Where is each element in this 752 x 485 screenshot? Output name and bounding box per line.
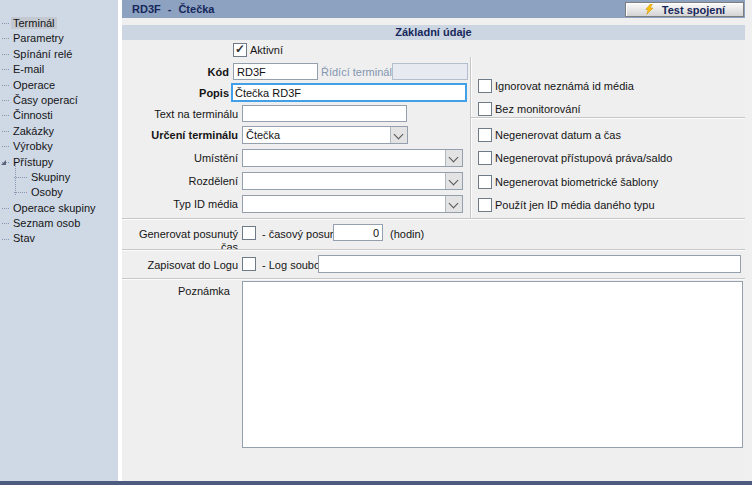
- sidebar-item-label: Stav: [11, 232, 37, 244]
- header-separator: -: [168, 3, 172, 15]
- media-id-type-label: Typ ID média: [122, 198, 238, 211]
- sidebar-item-skupiny[interactable]: Skupiny: [0, 170, 118, 185]
- section-divider: [122, 218, 745, 220]
- tree-expander-icon[interactable]: [1, 160, 6, 165]
- sidebar-item-label: Parametry: [11, 32, 66, 44]
- sidebar-item-email[interactable]: E-mail: [0, 62, 118, 77]
- sidebar-item-label: Časy operací: [11, 94, 80, 106]
- chevron-down-icon: [449, 153, 459, 163]
- write-to-log-checkbox[interactable]: [242, 257, 256, 271]
- tree-line: [2, 223, 9, 225]
- ignore-unknown-media-checkbox[interactable]: [478, 79, 492, 93]
- chevron-down-icon: [449, 199, 459, 209]
- log-file-label: - Log soubor: [262, 259, 324, 272]
- dropdown-button[interactable]: [445, 196, 462, 212]
- sidebar-item-label: Zakázky: [11, 125, 56, 137]
- bottom-status-bar: [0, 481, 752, 485]
- no-generate-access-rights-checkbox[interactable]: [478, 151, 492, 165]
- sidebar-item-label: Činnosti: [11, 109, 55, 121]
- no-generate-datetime-label: Negenerovat datum a čas: [495, 129, 621, 142]
- section-divider: [122, 278, 745, 280]
- sidebar-item-label: Seznam osob: [11, 217, 82, 229]
- log-file-input[interactable]: [318, 255, 741, 273]
- sidebar-item-stav[interactable]: Stav: [0, 231, 118, 246]
- dropdown-button[interactable]: [445, 173, 462, 189]
- sidebar-item-operace[interactable]: Operace: [0, 78, 118, 93]
- test-connection-button[interactable]: Test spojení: [625, 2, 744, 17]
- note-textarea[interactable]: [242, 281, 743, 448]
- time-shift-input[interactable]: [333, 224, 383, 241]
- tree-branch-line: [15, 163, 16, 195]
- sidebar-item-pristupy[interactable]: Přístupy: [0, 155, 118, 170]
- tree-line: [2, 146, 9, 148]
- sidebar-item-parametry[interactable]: Parametry: [0, 31, 118, 46]
- terminal-purpose-label: Určení terminálu: [122, 129, 238, 142]
- sidebar-item-zakazky[interactable]: Zakázky: [0, 124, 118, 139]
- test-connection-label: Test spojení: [662, 4, 725, 16]
- sidebar-item-seznam-osob[interactable]: Seznam osob: [0, 216, 118, 231]
- hours-unit-label: (hodin): [390, 228, 424, 241]
- sidebar-item-spinani-rele[interactable]: Spínání relé: [0, 47, 118, 62]
- sidebar-item-osoby[interactable]: Osoby: [0, 185, 118, 200]
- master-terminal-label: Řídící terminál: [321, 66, 392, 79]
- form-panel: Základní údaje Aktivní Kód Řídící termin…: [122, 18, 745, 481]
- division-label: Rozdělení: [122, 175, 238, 188]
- write-to-log-label: Zapisovat do Logu: [122, 259, 238, 272]
- no-generate-biometric-label: Negenerovat biometrické šablony: [495, 176, 658, 189]
- time-shift-label: - časový posun: [262, 228, 336, 241]
- location-value: [243, 150, 445, 166]
- sidebar-item-label: Osoby: [29, 186, 65, 198]
- tree-line: [2, 115, 9, 117]
- terminal-text-label: Text na terminálu: [122, 108, 238, 121]
- sidebar-item-terminal[interactable]: Terminál: [0, 16, 118, 31]
- terminal-text-input[interactable]: [242, 105, 407, 122]
- sidebar-item-vyrobky[interactable]: Výrobky: [0, 139, 118, 154]
- lightning-icon: [644, 4, 655, 15]
- sidebar-item-label: Terminál: [11, 17, 57, 29]
- section-divider: [122, 249, 745, 251]
- master-terminal-input: [392, 63, 468, 80]
- sidebar-item-label: Skupiny: [29, 171, 72, 183]
- tree-line: [2, 208, 9, 210]
- description-input[interactable]: [231, 83, 467, 102]
- location-label: Umístění: [122, 152, 238, 165]
- sidebar-item-casy-operaci[interactable]: Časy operací: [0, 93, 118, 108]
- no-monitoring-label: Bez monitorování: [495, 103, 581, 116]
- sidebar-item-label: Výrobky: [11, 140, 55, 152]
- tree-line: [2, 23, 9, 25]
- terminal-purpose-select[interactable]: Čtečka: [242, 126, 408, 144]
- code-label: Kód: [122, 66, 229, 79]
- no-generate-access-rights-label: Negenerovat přístupová práva/saldo: [495, 152, 672, 165]
- no-monitoring-checkbox[interactable]: [478, 102, 492, 116]
- dropdown-button[interactable]: [445, 150, 462, 166]
- no-generate-biometric-checkbox[interactable]: [478, 175, 492, 189]
- application-window: Terminál Parametry Spínání relé E-mail O…: [0, 0, 752, 485]
- sidebar-item-label: E-mail: [11, 63, 46, 75]
- only-typed-media-label: Použít jen ID média daného typu: [495, 199, 655, 212]
- sidebar-item-label: Operace skupiny: [11, 202, 98, 214]
- sidebar-item-operace-skupiny[interactable]: Operace skupiny: [0, 201, 118, 216]
- description-label: Popis: [122, 87, 229, 100]
- sidebar-item-label: Operace: [11, 79, 57, 91]
- media-id-type-select[interactable]: [242, 195, 463, 213]
- location-select[interactable]: [242, 149, 463, 167]
- chevron-down-icon: [449, 176, 459, 186]
- tree-line: [2, 69, 9, 71]
- header-record-code: RD3F: [132, 3, 161, 15]
- generate-shifted-time-checkbox[interactable]: [242, 226, 256, 240]
- code-input[interactable]: [233, 63, 318, 80]
- tree-line: [2, 54, 9, 56]
- tree-line: [2, 38, 9, 40]
- sidebar-item-cinnosti[interactable]: Činnosti: [0, 108, 118, 123]
- chevron-down-icon: [394, 130, 404, 140]
- media-id-type-value: [243, 196, 445, 212]
- section-title: Základní údaje: [122, 25, 745, 40]
- active-checkbox[interactable]: [233, 43, 247, 57]
- dropdown-button[interactable]: [390, 127, 407, 143]
- column-divider: [470, 57, 472, 218]
- tree-line: [2, 131, 9, 133]
- division-select[interactable]: [242, 172, 463, 190]
- only-typed-media-checkbox[interactable]: [478, 198, 492, 212]
- tree-line: [2, 85, 9, 87]
- no-generate-datetime-checkbox[interactable]: [478, 128, 492, 142]
